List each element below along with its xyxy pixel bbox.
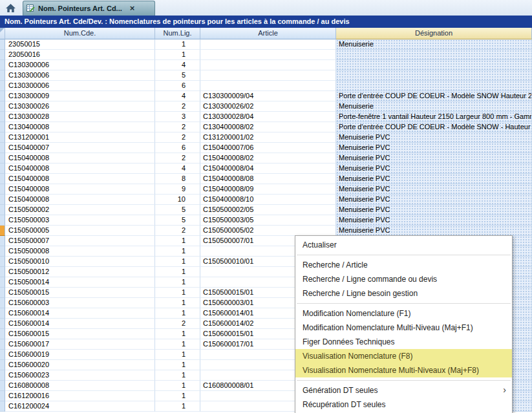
table-row[interactable]: C1303000066 bbox=[0, 81, 532, 91]
row-selector[interactable] bbox=[0, 267, 5, 277]
menu-item[interactable]: Figer Données Techniques bbox=[295, 335, 512, 349]
cell-num-lig[interactable]: 1 bbox=[155, 246, 200, 257]
cell-designation[interactable] bbox=[336, 70, 532, 81]
cell-num-lig[interactable]: 4 bbox=[155, 60, 200, 70]
table-row[interactable]: C1505000025C150500002/05Menuiserie PVC bbox=[0, 205, 532, 215]
row-selector[interactable] bbox=[0, 112, 5, 122]
cell-designation[interactable]: Menuiserie PVC bbox=[336, 174, 532, 184]
select-all-corner[interactable] bbox=[0, 28, 5, 39]
cell-article[interactable]: C150400008/09 bbox=[200, 184, 336, 195]
menu-item[interactable]: Actualiser bbox=[295, 238, 512, 252]
cell-num-cde[interactable]: C150400008 bbox=[5, 153, 155, 164]
cell-designation[interactable]: Menuiserie PVC bbox=[336, 205, 532, 215]
cell-designation[interactable]: Menuiserie PVC bbox=[336, 184, 532, 195]
row-selector[interactable] bbox=[0, 81, 5, 91]
row-selector[interactable] bbox=[0, 236, 5, 246]
cell-num-lig[interactable]: 5 bbox=[155, 205, 200, 215]
cell-designation[interactable]: Menuiserie PVC bbox=[336, 215, 532, 226]
table-row[interactable]: 230500161 bbox=[0, 50, 532, 60]
cell-article[interactable]: C150500005/02 bbox=[200, 226, 336, 236]
table-row[interactable]: C1303000064 bbox=[0, 60, 532, 70]
cell-designation[interactable]: Porte d'entrée COUP DE COEUR - Modèle SN… bbox=[336, 91, 532, 101]
menu-item[interactable]: Visualisation Nomenclature (F8) bbox=[295, 349, 512, 363]
row-selector[interactable] bbox=[0, 257, 5, 267]
cell-article[interactable] bbox=[200, 50, 336, 60]
cell-num-lig[interactable]: 3 bbox=[155, 112, 200, 122]
cell-num-cde[interactable]: C150600003 bbox=[5, 298, 155, 308]
row-selector[interactable] bbox=[0, 319, 5, 329]
row-selector[interactable] bbox=[0, 70, 5, 81]
cell-num-cde[interactable]: C150500003 bbox=[5, 215, 155, 226]
table-row[interactable]: C1303000283C130300028/04Porte-fenêtre 1 … bbox=[0, 112, 532, 122]
cell-num-lig[interactable]: 1 bbox=[155, 257, 200, 267]
cell-num-lig[interactable]: 9 bbox=[155, 184, 200, 195]
cell-num-lig[interactable]: 5 bbox=[155, 70, 200, 81]
cell-designation[interactable]: Menuiserie PVC bbox=[336, 164, 532, 174]
cell-designation[interactable]: Menuiserie PVC bbox=[336, 226, 532, 236]
cell-num-cde[interactable]: C150400008 bbox=[5, 174, 155, 184]
cell-article[interactable]: C150500002/05 bbox=[200, 205, 336, 215]
cell-num-lig[interactable]: 1 bbox=[155, 360, 200, 370]
table-row[interactable]: C1303000065 bbox=[0, 70, 532, 81]
cell-num-lig[interactable]: 1 bbox=[155, 288, 200, 298]
cell-num-cde[interactable]: C130400008 bbox=[5, 122, 155, 132]
cell-article[interactable]: C150500003/05 bbox=[200, 215, 336, 226]
cell-num-lig[interactable]: 2 bbox=[155, 153, 200, 164]
row-selector[interactable] bbox=[0, 226, 5, 236]
row-selector[interactable] bbox=[0, 329, 5, 339]
cell-num-cde[interactable]: C161200024 bbox=[5, 401, 155, 412]
cell-num-cde[interactable]: C150500010 bbox=[5, 257, 155, 267]
cell-designation[interactable]: Menuiserie PVC bbox=[336, 153, 532, 164]
row-selector[interactable] bbox=[0, 122, 5, 132]
cell-num-cde[interactable]: C150400007 bbox=[5, 143, 155, 153]
cell-num-lig[interactable]: 1 bbox=[155, 267, 200, 277]
cell-num-lig[interactable]: 5 bbox=[155, 215, 200, 226]
cell-num-lig[interactable]: 1 bbox=[155, 381, 200, 391]
cell-article[interactable]: C150400008/10 bbox=[200, 195, 336, 205]
row-selector[interactable] bbox=[0, 164, 5, 174]
cell-num-cde[interactable]: C150500007 bbox=[5, 236, 155, 246]
cell-num-cde[interactable]: C150600014 bbox=[5, 319, 155, 329]
row-selector[interactable] bbox=[0, 391, 5, 401]
cell-article[interactable]: C150400008/02 bbox=[200, 153, 336, 164]
cell-num-cde[interactable]: C130300006 bbox=[5, 81, 155, 91]
row-selector[interactable] bbox=[0, 174, 5, 184]
menu-item[interactable]: Recherche / Ligne besoin gestion bbox=[295, 286, 512, 301]
row-selector[interactable] bbox=[0, 401, 5, 412]
row-selector[interactable] bbox=[0, 308, 5, 319]
table-row[interactable]: C1505000052C150500005/02Menuiserie PVC bbox=[0, 226, 532, 236]
row-selector[interactable] bbox=[0, 143, 5, 153]
cell-designation[interactable]: Menuiserie bbox=[336, 39, 532, 50]
cell-num-lig[interactable]: 8 bbox=[155, 174, 200, 184]
menu-item[interactable]: Récupération DT seules bbox=[295, 397, 512, 412]
column-header-designation[interactable]: Désignation bbox=[336, 28, 532, 39]
table-row[interactable]: C1312000012C131200001/02Menuiserie PVC bbox=[0, 132, 532, 143]
row-selector[interactable] bbox=[0, 195, 5, 205]
table-row[interactable]: 230500151Menuiserie bbox=[0, 39, 532, 50]
cell-num-lig[interactable]: 2 bbox=[155, 132, 200, 143]
cell-num-lig[interactable]: 1 bbox=[155, 370, 200, 381]
cell-num-cde[interactable]: C150600023 bbox=[5, 370, 155, 381]
cell-num-cde[interactable]: C150500008 bbox=[5, 246, 155, 257]
cell-num-lig[interactable]: 1 bbox=[155, 401, 200, 412]
table-row[interactable]: C1504000088C150400008/08Menuiserie PVC bbox=[0, 174, 532, 184]
cell-num-cde[interactable]: C150600017 bbox=[5, 339, 155, 350]
row-selector[interactable] bbox=[0, 381, 5, 391]
cell-num-cde[interactable]: 23050016 bbox=[5, 50, 155, 60]
table-row[interactable]: C1504000084C150400008/04Menuiserie PVC bbox=[0, 164, 532, 174]
cell-num-cde[interactable]: C150600015 bbox=[5, 329, 155, 339]
row-selector[interactable] bbox=[0, 101, 5, 112]
cell-num-lig[interactable]: 4 bbox=[155, 164, 200, 174]
menu-item[interactable]: Recherche / Ligne commande ou devis bbox=[295, 272, 512, 286]
menu-item[interactable]: Modification Nomenclature Multi-Niveau (… bbox=[295, 321, 512, 335]
cell-num-lig[interactable]: 1 bbox=[155, 50, 200, 60]
cell-article[interactable] bbox=[200, 81, 336, 91]
cell-article[interactable]: C150400007/06 bbox=[200, 143, 336, 153]
cell-num-lig[interactable]: 1 bbox=[155, 277, 200, 288]
row-selector[interactable] bbox=[0, 184, 5, 195]
table-row[interactable]: C1303000094C130300009/04Porte d'entrée C… bbox=[0, 91, 532, 101]
cell-num-cde[interactable]: C130300006 bbox=[5, 70, 155, 81]
table-row[interactable]: C1504000076C150400007/06Menuiserie PVC bbox=[0, 143, 532, 153]
cell-article[interactable]: C130300009/04 bbox=[200, 91, 336, 101]
column-header-num-lig[interactable]: Num.Lig. bbox=[155, 28, 200, 39]
